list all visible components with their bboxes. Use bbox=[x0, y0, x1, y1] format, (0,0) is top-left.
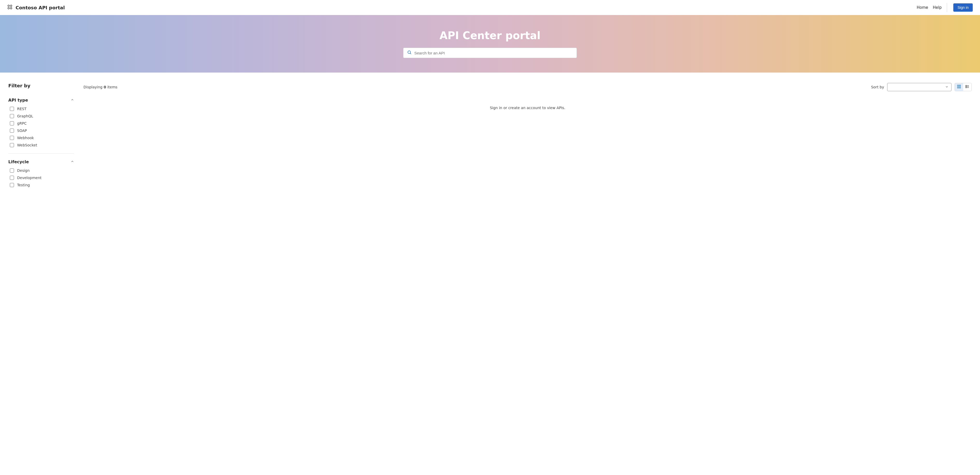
svg-rect-14 bbox=[966, 87, 967, 88]
chevron-down-icon bbox=[945, 85, 949, 90]
filter-group-lifecycle: Lifecycle Design Development Testing bbox=[8, 159, 74, 187]
filter-option-label: REST bbox=[17, 107, 27, 111]
checkbox-icon bbox=[10, 168, 14, 173]
filter-option-graphql[interactable]: GraphQL bbox=[10, 114, 74, 118]
brand-title: Contoso API portal bbox=[16, 5, 65, 10]
filter-title: Filter by bbox=[8, 83, 74, 88]
filter-head-lifecycle[interactable]: Lifecycle bbox=[8, 159, 74, 164]
chevron-up-icon bbox=[70, 98, 74, 103]
filter-option-grpc[interactable]: gRPC bbox=[10, 121, 74, 126]
checkbox-icon bbox=[10, 121, 14, 126]
grid-icon bbox=[957, 84, 961, 90]
filter-option-label: Testing bbox=[17, 183, 30, 187]
filter-option-development[interactable]: Development bbox=[10, 176, 74, 180]
filter-option-label: SOAP bbox=[17, 129, 27, 133]
chevron-up-icon bbox=[70, 159, 74, 164]
results-count-suffix: items bbox=[106, 85, 117, 89]
svg-rect-12 bbox=[966, 86, 967, 87]
filter-option-label: WebSocket bbox=[17, 143, 37, 147]
checkbox-icon bbox=[10, 136, 14, 140]
svg-point-1 bbox=[10, 5, 12, 6]
list-view-button[interactable] bbox=[963, 83, 972, 91]
results-count-number: 0 bbox=[104, 85, 106, 89]
svg-rect-9 bbox=[959, 87, 961, 88]
search-icon bbox=[407, 50, 412, 56]
nav-home[interactable]: Home bbox=[917, 5, 928, 10]
filter-options-api-type: REST GraphQL gRPC SOAP Webhook bbox=[8, 107, 74, 147]
grid-view-button[interactable] bbox=[955, 83, 963, 91]
svg-line-5 bbox=[410, 53, 411, 54]
checkbox-icon bbox=[10, 114, 14, 118]
sign-in-button[interactable]: Sign in bbox=[953, 3, 973, 12]
page-body: Filter by API type REST GraphQL bbox=[0, 73, 980, 193]
list-icon bbox=[965, 84, 969, 90]
filter-option-soap[interactable]: SOAP bbox=[10, 129, 74, 133]
sort-by-label: Sort by bbox=[871, 85, 884, 89]
results-count: Displaying 0 items bbox=[83, 85, 118, 89]
hero-title: API Center portal bbox=[439, 30, 541, 41]
toolbar-right: Sort by bbox=[871, 83, 972, 91]
svg-point-2 bbox=[8, 8, 10, 9]
top-navigation: Contoso API portal Home Help Sign in bbox=[0, 0, 980, 15]
filter-option-design[interactable]: Design bbox=[10, 168, 74, 173]
filter-option-rest[interactable]: REST bbox=[10, 107, 74, 111]
view-toggle bbox=[955, 83, 972, 91]
filter-head-label: Lifecycle bbox=[8, 159, 29, 164]
sort-select[interactable] bbox=[887, 83, 951, 91]
results-toolbar: Displaying 0 items Sort by bbox=[83, 83, 972, 91]
checkbox-icon bbox=[10, 176, 14, 180]
checkbox-icon bbox=[10, 183, 14, 187]
checkbox-icon bbox=[10, 143, 14, 147]
filter-option-testing[interactable]: Testing bbox=[10, 183, 74, 187]
svg-rect-7 bbox=[959, 85, 961, 86]
brand: Contoso API portal bbox=[7, 5, 65, 11]
filter-head-label: API type bbox=[8, 98, 28, 103]
filter-head-api-type[interactable]: API type bbox=[8, 98, 74, 103]
filter-divider bbox=[8, 153, 74, 154]
hero-banner: API Center portal bbox=[0, 15, 980, 73]
svg-point-3 bbox=[10, 8, 12, 9]
top-nav-actions: Home Help Sign in bbox=[917, 3, 973, 12]
results-count-prefix: Displaying bbox=[83, 85, 104, 89]
svg-rect-8 bbox=[958, 87, 959, 88]
search-field[interactable] bbox=[403, 48, 577, 58]
filter-option-label: GraphQL bbox=[17, 114, 33, 118]
nav-help[interactable]: Help bbox=[933, 5, 942, 10]
search-input[interactable] bbox=[414, 51, 573, 55]
filter-option-websocket[interactable]: WebSocket bbox=[10, 143, 74, 147]
filter-options-lifecycle: Design Development Testing bbox=[8, 168, 74, 187]
empty-state-message: Sign in or create an account to view API… bbox=[83, 106, 972, 110]
filter-option-label: Design bbox=[17, 168, 30, 173]
checkbox-icon bbox=[10, 129, 14, 133]
svg-point-4 bbox=[408, 51, 410, 54]
svg-rect-10 bbox=[966, 85, 967, 86]
main-content: Displaying 0 items Sort by bbox=[83, 83, 972, 193]
filter-sidebar: Filter by API type REST GraphQL bbox=[8, 83, 74, 193]
svg-point-0 bbox=[8, 5, 10, 6]
filter-option-label: gRPC bbox=[17, 121, 27, 126]
filter-group-api-type: API type REST GraphQL gRPC bbox=[8, 98, 74, 147]
filter-option-label: Webhook bbox=[17, 136, 34, 140]
svg-rect-6 bbox=[958, 85, 959, 86]
checkbox-icon bbox=[10, 107, 14, 111]
filter-option-label: Development bbox=[17, 176, 41, 180]
filter-option-webhook[interactable]: Webhook bbox=[10, 136, 74, 140]
brand-icon bbox=[7, 5, 13, 11]
